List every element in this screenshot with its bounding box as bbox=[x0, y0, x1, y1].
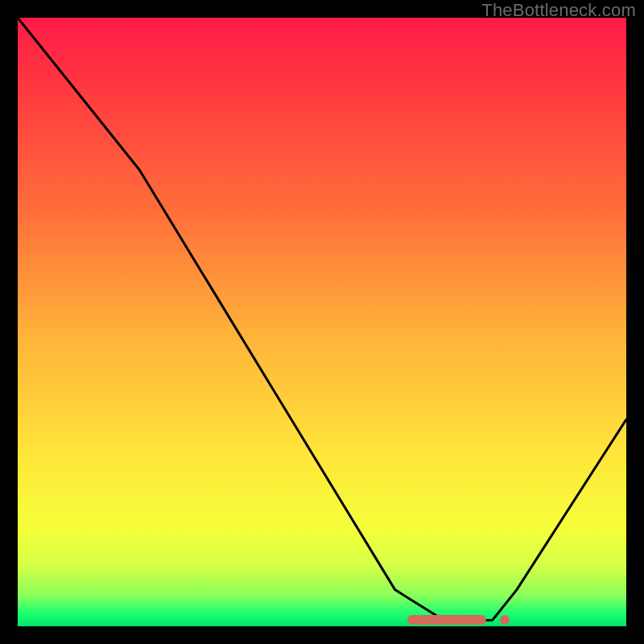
optimal-range-marker bbox=[407, 615, 486, 625]
watermark-text: TheBottleneck.com bbox=[481, 0, 636, 21]
plot-area bbox=[18, 18, 626, 626]
bottleneck-curve bbox=[18, 18, 626, 626]
